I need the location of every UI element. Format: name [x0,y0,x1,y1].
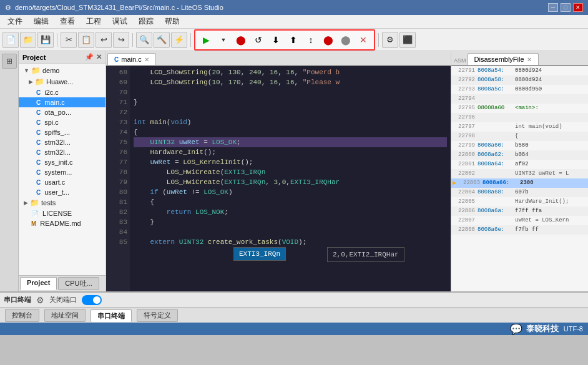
search-button[interactable]: 🔍 [136,32,152,48]
tree-item-spiffs[interactable]: C spiffs_... [19,127,105,137]
c-file-icon: C [36,109,41,116]
breakpoint-red-button[interactable]: ⬤ [320,32,336,48]
flash-button[interactable]: ⚡ [171,32,187,48]
serial-toggle[interactable] [82,295,102,305]
control-tab-symbol[interactable]: 符号定义 [137,309,178,322]
restart-button[interactable]: ↺ [250,32,267,48]
breakpoint-remove-button[interactable]: ✕ [355,32,371,48]
tree-label: system... [44,168,72,176]
step-out-button[interactable]: ⬆ [285,32,301,48]
asm-tab-title: DisassemblyFile [474,56,524,63]
settings-button[interactable]: ⚙ [382,32,398,48]
menu-file[interactable]: 文件 [2,15,27,28]
editor-tab-main[interactable]: C main.c ✕ [107,53,156,65]
menu-debug[interactable]: 调试 [107,15,132,28]
maximize-button[interactable]: □ [561,3,571,12]
tree-item-system[interactable]: C system... [19,167,105,177]
sidebar-pin-icon[interactable]: 📌 [85,53,94,61]
asm-row-main: 22795 08008a60 <main>: [451,104,588,113]
autocomplete-popup: EXTI3_IRQn [233,247,286,261]
new-file-button[interactable]: 📄 [2,32,19,48]
code-line-83: } [134,217,447,227]
tree-item-stm32-1[interactable]: C stm32l... [19,137,105,147]
tree-item-ota[interactable]: C ota_po... [19,107,105,117]
asm-panel: ASM DisassemblyFile ✕ 22791 8008a54: 080… [451,51,588,291]
asm-row: 22797 int main(void) [451,122,588,132]
asm-debug-arrow: ▶ [453,178,456,188]
sidebar-close-icon[interactable]: ✕ [96,53,102,61]
tree-label: usart.c [44,178,65,186]
tree-label: spiffs_... [44,129,70,136]
asm-row: 22808 8008a6e: f7fb ff [451,225,588,235]
close-button[interactable]: ✕ [573,3,583,12]
menu-trace[interactable]: 跟踪 [134,15,159,28]
menu-help[interactable]: 帮助 [160,15,185,28]
editor-tabs: C main.c ✕ [106,51,451,66]
undo-button[interactable]: ↩ [96,32,112,48]
stop-debug-button[interactable]: ⬤ [233,32,249,48]
tree-item-tests[interactable]: ▶ 📁 tests [19,197,105,208]
menu-edit[interactable]: 编辑 [29,15,54,28]
editor-area: C main.c ✕ 68 69 70 71 72 73 74 75 76 77… [106,51,451,291]
tree-item-usert[interactable]: C user_t... [19,187,105,197]
run-debug-button[interactable]: ▶ [198,32,214,48]
code-line-73: int main(void) [134,117,447,127]
tree-item-license[interactable]: 📄 LICENSE [19,208,105,218]
code-line-71: } [134,97,447,107]
autocomplete-item[interactable]: EXTI3_IRQn [234,248,285,260]
minimize-button[interactable]: ─ [548,3,558,12]
asm-row: 22794 [451,94,588,104]
serial-settings-icon[interactable]: ⚙ [36,295,44,305]
breakpoint-gray-button[interactable]: ⬤ [338,32,354,48]
code-editor[interactable]: 68 69 70 71 72 73 74 75 76 77 78 79 80 8… [106,66,451,291]
tree-item-main[interactable]: C main.c [19,97,105,107]
menu-view[interactable]: 查看 [55,15,80,28]
serial-area: 串口终端 ⚙ 关闭端口 控制台 地址空间 串口终端 符号定义 [0,291,588,323]
asm-row: 22805 HardWare_Init(); [451,197,588,207]
tab-close-button[interactable]: ✕ [144,56,149,63]
open-button[interactable]: 📁 [20,32,36,48]
code-line-81: { [134,197,447,207]
tree-label: Huawe... [46,78,73,85]
control-tab-console[interactable]: 控制台 [5,309,39,322]
company-name: 泰晓科技 [526,323,559,334]
tree-item-demo[interactable]: ▼ 📁 demo [19,65,105,76]
code-line-76: HardWare_Init(); [134,147,447,157]
cut-button[interactable]: ✂ [61,32,77,48]
control-tab-serial[interactable]: 串口终端 [91,309,132,322]
tree-item-usart[interactable]: C usart.c [19,177,105,187]
code-line-77: uwRet = LOS_KernelInit(); [134,157,447,167]
tree-item-huawei[interactable]: ▶ 📁 Huawe... [19,76,105,87]
run-dropdown-button[interactable]: ▼ [215,32,232,48]
asm-close-button[interactable]: ✕ [527,56,532,63]
asm-row: 22793 8008a5c: 0800d950 [451,85,588,94]
asm-tab-disassembly[interactable]: DisassemblyFile ✕ [468,53,539,65]
code-line-80: if (uwRet != LOS_OK) [134,187,447,197]
code-content: LCD_ShowString(20, 130, 240, 16, 16, "Po… [130,66,451,291]
build-button[interactable]: 🔨 [154,32,170,48]
tree-label: demo [42,67,60,74]
tree-label: sys_init.c [44,158,72,166]
left-icon-explorer[interactable]: ⊞ [2,54,17,69]
tree-item-sysinit[interactable]: C sys_init.c [19,157,105,167]
save-button[interactable]: 💾 [37,32,54,48]
step-into-button[interactable]: ⬇ [268,32,284,48]
terminal-button[interactable]: ⬛ [399,32,416,48]
control-tab-address[interactable]: 地址空间 [44,309,86,322]
tree-item-readme[interactable]: M README.md [19,218,105,228]
menu-project[interactable]: 工程 [81,15,106,28]
tree-item-spi[interactable]: C spi.c [19,117,105,127]
tree-item-stm32-2[interactable]: C stm32l... [19,147,105,157]
redo-button[interactable]: ↪ [113,32,129,48]
asm-row: 22792 8008a58: 0800d924 [451,75,588,85]
sidebar-header: Project 📌 ✕ [19,51,105,64]
sidebar-tab-project[interactable]: Project [20,277,57,290]
step-over-button[interactable]: ↕ [303,32,319,48]
copy-button[interactable]: 📋 [78,32,94,48]
project-tree: ▼ 📁 demo ▶ 📁 Huawe... C i2c.c C main.c [19,64,105,275]
c-file-icon: C [36,149,41,156]
tree-item-i2c[interactable]: C i2c.c [19,87,105,97]
sidebar-tab-cpu[interactable]: CPU吐... [58,277,99,290]
tree-label: i2c.c [44,89,59,96]
debug-toolbar-group: ▶ ▼ ⬤ ↺ ⬇ ⬆ ↕ ⬤ ⬤ ✕ [194,29,375,51]
